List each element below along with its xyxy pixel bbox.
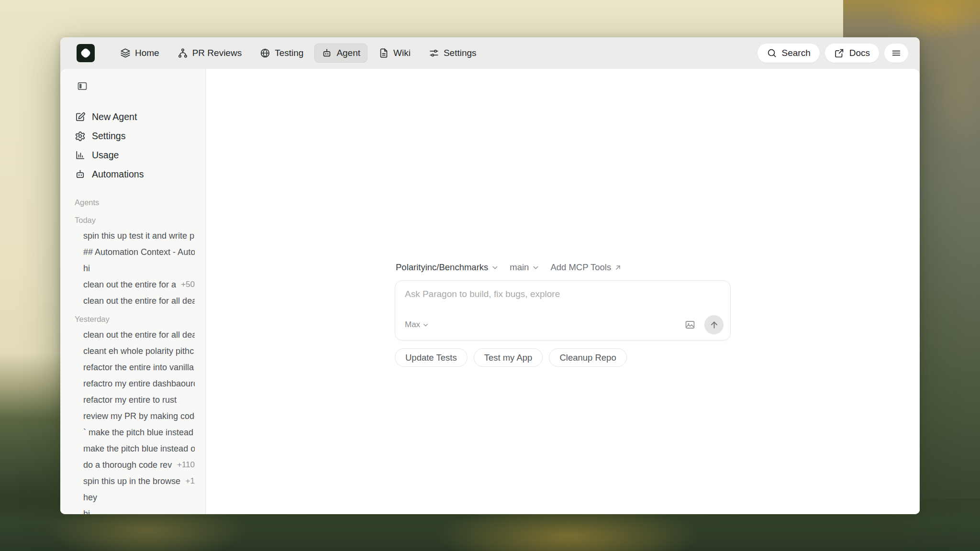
repo-bar: Polarityinc/Benchmarks main Add MCP Tool… <box>395 262 731 273</box>
agent-history-title: make the pitch blue instead of ... <box>83 444 195 454</box>
layers-icon <box>120 48 131 58</box>
search-button[interactable]: Search <box>757 44 820 63</box>
agent-history-title: spin this up test it and write pla... <box>83 231 195 241</box>
test-my-app-button[interactable]: Test my App <box>474 348 543 367</box>
agent-history-item[interactable]: do a thorough code review+110 <box>60 457 205 473</box>
update-tests-button[interactable]: Update Tests <box>395 348 468 367</box>
agent-history-item[interactable]: ## Automation Context - Autom... <box>60 244 205 260</box>
cleanup-repo-button[interactable]: Cleanup Repo <box>549 348 626 367</box>
agent-history-title: ## Automation Context - Autom... <box>83 247 195 257</box>
branch-selector[interactable]: main <box>510 262 540 273</box>
tab-label: Agent <box>336 48 360 58</box>
agent-history-item[interactable]: hi <box>60 506 205 514</box>
agent-history-item[interactable]: clean out the entire for all dead ... <box>60 327 205 343</box>
message-count-badge: +50 <box>181 280 195 289</box>
sidebar-item-usage[interactable]: Usage <box>67 146 199 165</box>
agent-history-item[interactable]: review my PR by making code r... <box>60 408 205 424</box>
sidebar-item-label: Settings <box>92 131 125 142</box>
agent-history-item[interactable]: spin this up test it and write pla... <box>60 228 205 244</box>
agent-history-item[interactable]: hi <box>60 260 205 276</box>
agent-history-title: hi <box>83 264 195 274</box>
top-nav: HomePR ReviewsTestingAgentWikiSettings S… <box>60 37 920 69</box>
agent-history-title: clean out the entire for all dead ... <box>83 330 195 340</box>
sidebar-collapse-button[interactable] <box>75 78 90 95</box>
model-selector[interactable]: Max <box>405 320 429 330</box>
menu-button[interactable] <box>884 44 908 63</box>
repo-selector-label: Polarityinc/Benchmarks <box>396 262 488 273</box>
sliders-icon <box>429 48 439 58</box>
tab-agent[interactable]: Agent <box>314 44 368 63</box>
bar-chart-icon <box>75 150 86 161</box>
tab-label: PR Reviews <box>192 48 242 58</box>
agent-main: Polarityinc/Benchmarks main Add MCP Tool… <box>206 69 920 514</box>
agent-history-item[interactable]: refactor the entire into vanilla js <box>60 359 205 375</box>
panel-left-icon <box>77 80 88 92</box>
agent-history-item[interactable]: refactro my entire dashbaourd t... <box>60 375 205 392</box>
quick-actions: Update TestsTest my AppCleanup Repo <box>395 348 731 367</box>
menu-icon <box>891 48 902 58</box>
chevron-down-icon <box>422 321 429 329</box>
external-link-icon <box>834 48 845 58</box>
arrow-up-right-icon <box>614 264 622 272</box>
sidebar-item-label: Usage <box>92 150 119 161</box>
agent-history-item[interactable]: ` make the pitch blue instead of... <box>60 424 205 441</box>
agent-history-item[interactable]: spin this up in the browser an...+1 <box>60 473 205 489</box>
agent-history-title: hey <box>83 493 195 503</box>
agent-history-item[interactable]: clean out the entire for all dead ... <box>60 293 205 309</box>
agent-history-item[interactable]: clean out the entire for all d...+50 <box>60 276 205 293</box>
agent-history-item[interactable]: make the pitch blue instead of ... <box>60 441 205 457</box>
history-group-label: Yesterday <box>60 309 205 327</box>
tab-label: Settings <box>444 48 477 58</box>
send-button[interactable] <box>704 315 724 334</box>
message-count-badge: +1 <box>186 476 195 486</box>
add-mcp-tools-label: Add MCP Tools <box>550 262 611 273</box>
agent-history-title: cleant eh whole polarity pithc r... <box>83 346 195 356</box>
sidebar-item-label: New Agent <box>92 111 137 122</box>
logo-mark-icon <box>78 46 93 60</box>
image-icon <box>684 319 696 331</box>
history-group-list: clean out the entire for all dead ...cle… <box>60 327 205 514</box>
search-icon <box>767 48 777 58</box>
history-group-list: spin this up test it and write pla...## … <box>60 228 205 309</box>
app-logo[interactable] <box>77 44 95 62</box>
agent-history-title: do a thorough code review <box>83 460 172 470</box>
repo-selector[interactable]: Polarityinc/Benchmarks <box>396 262 499 273</box>
attach-image-button[interactable] <box>682 317 698 332</box>
agent-history-item[interactable]: hey <box>60 489 205 506</box>
agent-history-title: review my PR by making code r... <box>83 411 195 421</box>
app-window: HomePR ReviewsTestingAgentWikiSettings S… <box>60 37 920 514</box>
tab-wiki[interactable]: Wiki <box>371 44 418 63</box>
bot-icon <box>322 48 332 58</box>
tab-label: Wiki <box>393 48 411 58</box>
sidebar-item-settings[interactable]: Settings <box>67 127 199 145</box>
sidebar-item-automations[interactable]: Automations <box>67 165 199 184</box>
agent-history-item[interactable]: refactor my entire to rust <box>60 392 205 408</box>
tab-label: Testing <box>275 48 303 58</box>
sidebar-menu: New AgentSettingsUsageAutomations <box>60 108 205 184</box>
agents-section-label: Agents <box>60 184 205 210</box>
tab-testing[interactable]: Testing <box>253 44 311 63</box>
square-pen-icon <box>75 111 86 122</box>
tab-home[interactable]: Home <box>113 44 167 63</box>
agent-history-title: clean out the entire for all d... <box>83 280 176 290</box>
agent-history-title: hi <box>83 509 195 515</box>
docs-button[interactable]: Docs <box>825 44 879 63</box>
agent-history-title: refactor the entire into vanilla js <box>83 363 195 373</box>
globe-icon <box>260 48 270 58</box>
arrow-up-icon <box>709 320 719 330</box>
tab-settings[interactable]: Settings <box>422 44 484 63</box>
docs-button-label: Docs <box>849 48 870 58</box>
search-button-label: Search <box>782 48 811 58</box>
agent-history-title: ` make the pitch blue instead of... <box>83 428 195 438</box>
add-mcp-tools-button[interactable]: Add MCP Tools <box>550 262 622 273</box>
agent-history-title: refactro my entire dashbaourd t... <box>83 379 195 389</box>
agent-history-item[interactable]: cleant eh whole polarity pithc r... <box>60 343 205 359</box>
sidebar-item-label: Automations <box>92 169 144 180</box>
git-network-icon <box>178 48 188 58</box>
agent-history-title: clean out the entire for all dead ... <box>83 296 195 306</box>
prompt-input[interactable] <box>395 281 730 315</box>
sidebar-item-new-agent[interactable]: New Agent <box>67 108 199 126</box>
tab-pr-reviews[interactable]: PR Reviews <box>170 44 249 63</box>
composer-column: Polarityinc/Benchmarks main Add MCP Tool… <box>395 262 731 514</box>
composer-toolbar: Max <box>395 315 730 340</box>
